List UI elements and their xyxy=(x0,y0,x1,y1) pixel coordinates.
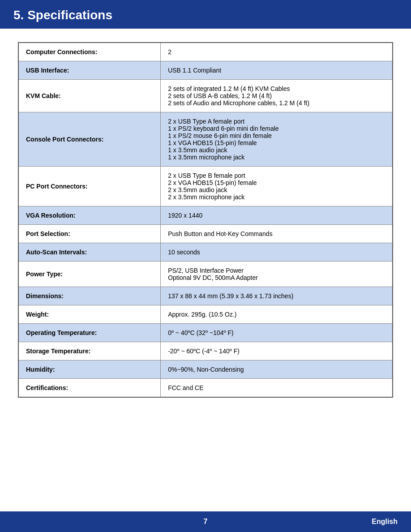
content-area: Computer Connections:2USB Interface:USB … xyxy=(0,29,411,511)
spec-value: 0%~90%, Non-Condensing xyxy=(161,360,393,379)
spec-value: 2 x USB Type B female port2 x VGA HDB15 … xyxy=(161,167,393,206)
spec-label: Auto-Scan Intervals: xyxy=(18,243,161,262)
spec-value: USB 1.1 Compliant xyxy=(161,61,393,80)
table-row: Auto-Scan Intervals:10 seconds xyxy=(18,243,393,262)
spec-value: -20º ~ 60ºC (-4º ~ 140º F) xyxy=(161,342,393,360)
page-number: 7 xyxy=(141,518,270,526)
spec-value: 137 x 88 x 44 mm (5.39 x 3.46 x 1.73 inc… xyxy=(161,287,393,305)
header-bar: 5. Specifications xyxy=(0,0,411,29)
spec-value: 10 seconds xyxy=(161,243,393,262)
spec-value: 2 xyxy=(161,43,393,61)
spec-value: 0º ~ 40ºC (32º ~104º F) xyxy=(161,324,393,342)
table-row: Dimensions:137 x 88 x 44 mm (5.39 x 3.46… xyxy=(18,287,393,305)
spec-label: USB Interface: xyxy=(18,61,161,80)
table-row: Computer Connections:2 xyxy=(18,43,393,61)
spec-label: Operating Temperature: xyxy=(18,324,161,342)
spec-label: Port Selection: xyxy=(18,225,161,243)
table-row: VGA Resolution:1920 x 1440 xyxy=(18,206,393,225)
table-row: KVM Cable:2 sets of integrated 1.2 M (4 … xyxy=(18,80,393,112)
spec-value: PS/2, USB Interface PowerOptional 9V DC,… xyxy=(161,262,393,287)
spec-value: 2 x USB Type A female port1 x PS/2 keybo… xyxy=(161,112,393,167)
table-row: Storage Temperature:-20º ~ 60ºC (-4º ~ 1… xyxy=(18,342,393,360)
spec-value: Push Button and Hot-Key Commands xyxy=(161,225,393,243)
table-row: Certifications:FCC and CE xyxy=(18,379,393,398)
spec-label: VGA Resolution: xyxy=(18,206,161,225)
table-row: Power Type:PS/2, USB Interface PowerOpti… xyxy=(18,262,393,287)
spec-label: Dimensions: xyxy=(18,287,161,305)
spec-label: PC Port Connectors: xyxy=(18,167,161,206)
page-title: 5. Specifications xyxy=(13,8,398,22)
table-row: Weight:Approx. 295g. (10.5 Oz.) xyxy=(18,305,393,324)
table-row: PC Port Connectors:2 x USB Type B female… xyxy=(18,167,393,206)
spec-value: 1920 x 1440 xyxy=(161,206,393,225)
table-row: Port Selection:Push Button and Hot-Key C… xyxy=(18,225,393,243)
spec-label: KVM Cable: xyxy=(18,80,161,112)
footer-bar: 7 English xyxy=(0,511,411,532)
table-row: USB Interface:USB 1.1 Compliant xyxy=(18,61,393,80)
table-row: Humidity:0%~90%, Non-Condensing xyxy=(18,360,393,379)
spec-label: Weight: xyxy=(18,305,161,324)
spec-value: 2 sets of integrated 1.2 M (4 ft) KVM Ca… xyxy=(161,80,393,112)
spec-label: Humidity: xyxy=(18,360,161,379)
spec-label: Computer Connections: xyxy=(18,43,161,61)
spec-label: Console Port Connectors: xyxy=(18,112,161,167)
table-row: Console Port Connectors:2 x USB Type A f… xyxy=(18,112,393,167)
spec-value: FCC and CE xyxy=(161,379,393,398)
spec-value: Approx. 295g. (10.5 Oz.) xyxy=(161,305,393,324)
spec-label: Power Type: xyxy=(18,262,161,287)
table-row: Operating Temperature:0º ~ 40ºC (32º ~10… xyxy=(18,324,393,342)
spec-label: Storage Temperature: xyxy=(18,342,161,360)
spec-label: Certifications: xyxy=(18,379,161,398)
specifications-table: Computer Connections:2USB Interface:USB … xyxy=(18,42,393,398)
footer-language: English xyxy=(270,518,398,526)
